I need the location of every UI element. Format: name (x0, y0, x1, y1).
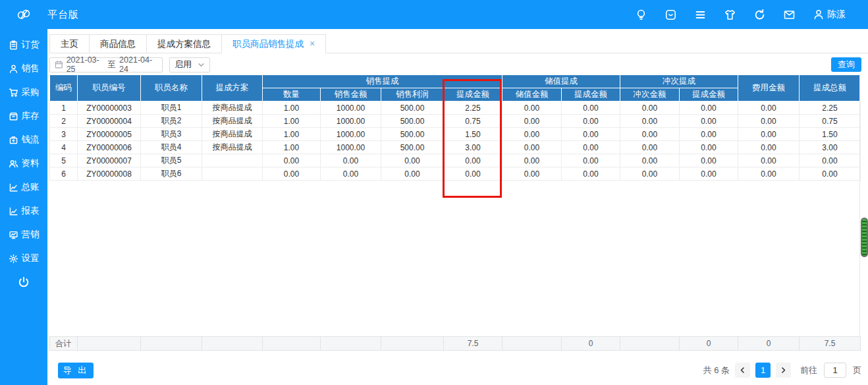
cell[interactable]: ZY00000007 (78, 154, 141, 167)
cell[interactable]: 0.00 (502, 167, 562, 181)
sidebar-item-caigou[interactable]: 采购 (0, 80, 47, 104)
cell[interactable]: 500.00 (381, 141, 444, 154)
cell[interactable]: 0.00 (620, 167, 680, 181)
tips-bulb-icon[interactable] (635, 9, 647, 21)
page-number-active[interactable]: 1 (755, 363, 771, 378)
cell[interactable]: 按商品提成 (202, 115, 263, 128)
tab-staff-sales-commission[interactable]: 职员商品销售提成× (221, 34, 326, 53)
prev-page-button[interactable] (735, 363, 750, 378)
cell[interactable]: 0.00 (444, 167, 502, 181)
cell[interactable]: 1000.00 (321, 102, 381, 115)
cell[interactable]: 0.00 (738, 102, 800, 115)
cell[interactable]: 2 (50, 115, 78, 128)
cell[interactable]: 0.00 (620, 115, 680, 128)
cell[interactable]: 0.00 (502, 141, 562, 154)
cell[interactable]: 0.00 (620, 141, 680, 154)
cell[interactable]: ZY00000003 (78, 102, 141, 115)
cell[interactable]: 0.00 (738, 128, 800, 141)
table-row[interactable]: 5ZY00000007职员50.000.000.000.000.000.000.… (50, 154, 861, 167)
theme-shirt-icon[interactable] (724, 9, 736, 21)
table-row[interactable]: 1ZY00000003职员1按商品提成1.001000.00500.002.25… (50, 102, 861, 115)
cell[interactable]: 1000.00 (321, 115, 381, 128)
cell[interactable]: 0.00 (800, 154, 861, 167)
cell[interactable]: 1000.00 (321, 128, 381, 141)
cell[interactable]: 1.00 (263, 141, 321, 154)
cell[interactable]: 按商品提成 (202, 128, 263, 141)
cell[interactable]: 0.00 (502, 115, 562, 128)
next-page-button[interactable] (776, 363, 791, 378)
cell[interactable]: 1 (50, 102, 78, 115)
logout-power-button[interactable] (0, 270, 47, 294)
cell[interactable]: 职员1 (141, 102, 202, 115)
cell[interactable]: 0.00 (680, 154, 738, 167)
cell[interactable]: 0.00 (444, 154, 502, 167)
cell[interactable]: 500.00 (381, 115, 444, 128)
sidebar-item-xiaoshou[interactable]: 销售 (0, 57, 47, 80)
cell[interactable]: 0.00 (680, 115, 738, 128)
cell[interactable]: ZY00000008 (78, 167, 141, 181)
cell[interactable]: 0.00 (562, 141, 620, 154)
cell[interactable]: 0.00 (738, 115, 800, 128)
scrollbar-thumb[interactable] (861, 218, 868, 257)
cell[interactable]: 1000.00 (321, 141, 381, 154)
cell[interactable]: 0.00 (502, 154, 562, 167)
cell[interactable]: 3 (50, 128, 78, 141)
feedback-icon[interactable] (665, 9, 677, 21)
sidebar-item-qianliu[interactable]: 钱流 (0, 128, 47, 152)
cell[interactable]: 0.00 (800, 167, 861, 181)
sidebar-item-baobiao[interactable]: 报表 (0, 199, 47, 223)
cell[interactable]: 0.00 (562, 102, 620, 115)
cell[interactable]: 0.00 (680, 167, 738, 181)
cell[interactable]: 2.25 (800, 102, 861, 115)
sidebar-item-shezhi[interactable]: 设置 (0, 247, 47, 270)
cell[interactable]: 6 (50, 167, 78, 181)
cell[interactable]: 0.00 (562, 167, 620, 181)
cell[interactable]: 0.75 (800, 115, 861, 128)
cell[interactable]: 0.00 (738, 154, 800, 167)
goto-page-input[interactable] (824, 363, 846, 378)
table-row[interactable]: 2ZY00000004职员2按商品提成1.001000.00500.000.75… (50, 115, 861, 128)
sidebar-item-kucun[interactable]: 库存 (0, 104, 47, 128)
user-menu[interactable]: 陈漾 (813, 9, 846, 20)
cell[interactable]: 0.00 (381, 154, 444, 167)
cell[interactable] (202, 167, 263, 181)
cell[interactable]: 0.00 (620, 128, 680, 141)
cell[interactable]: 0.00 (620, 154, 680, 167)
table-row[interactable]: 3ZY00000005职员3按商品提成1.001000.00500.001.50… (50, 128, 861, 141)
cell[interactable] (202, 154, 263, 167)
cell[interactable]: 2.25 (444, 102, 502, 115)
tab-product-info[interactable]: 商品信息 (89, 34, 147, 53)
cell[interactable]: 4 (50, 141, 78, 154)
cell[interactable]: 0.75 (444, 115, 502, 128)
cell[interactable]: 0.00 (680, 141, 738, 154)
sidebar-item-yingxiao[interactable]: 营销 (0, 223, 47, 247)
cell[interactable]: 0.00 (263, 167, 321, 181)
refresh-icon[interactable] (753, 9, 766, 21)
tab-home[interactable]: 主页 (49, 34, 90, 53)
tab-close-icon[interactable]: × (310, 38, 315, 49)
cell[interactable]: 500.00 (381, 128, 444, 141)
cell[interactable]: 职员2 (141, 115, 202, 128)
cell[interactable]: 职员3 (141, 128, 202, 141)
cell[interactable]: 3.00 (800, 141, 861, 154)
cell[interactable]: 职员5 (141, 154, 202, 167)
sidebar-item-dinghuo[interactable]: 订货 (0, 33, 47, 57)
cell[interactable]: 按商品提成 (202, 141, 263, 154)
cell[interactable]: 0.00 (738, 167, 800, 181)
cell[interactable]: 职员4 (141, 141, 202, 154)
cell[interactable]: 1.50 (800, 128, 861, 141)
cell[interactable]: 0.00 (620, 102, 680, 115)
cell[interactable]: ZY00000005 (78, 128, 141, 141)
export-button[interactable]: 导 出 (58, 363, 94, 378)
cell[interactable]: 1.00 (263, 102, 321, 115)
cell[interactable]: 3.00 (444, 141, 502, 154)
cell[interactable]: 0.00 (321, 154, 381, 167)
cell[interactable]: 0.00 (738, 141, 800, 154)
sidebar-item-ziliao[interactable]: 资料 (0, 152, 47, 175)
cell[interactable]: 按商品提成 (202, 102, 263, 115)
table-row[interactable]: 6ZY00000008职员60.000.000.000.000.000.000.… (50, 167, 861, 181)
cell[interactable]: 0.00 (321, 167, 381, 181)
cell[interactable]: ZY00000004 (78, 115, 141, 128)
tab-commission-plan[interactable]: 提成方案信息 (146, 34, 222, 53)
cell[interactable]: 500.00 (381, 102, 444, 115)
